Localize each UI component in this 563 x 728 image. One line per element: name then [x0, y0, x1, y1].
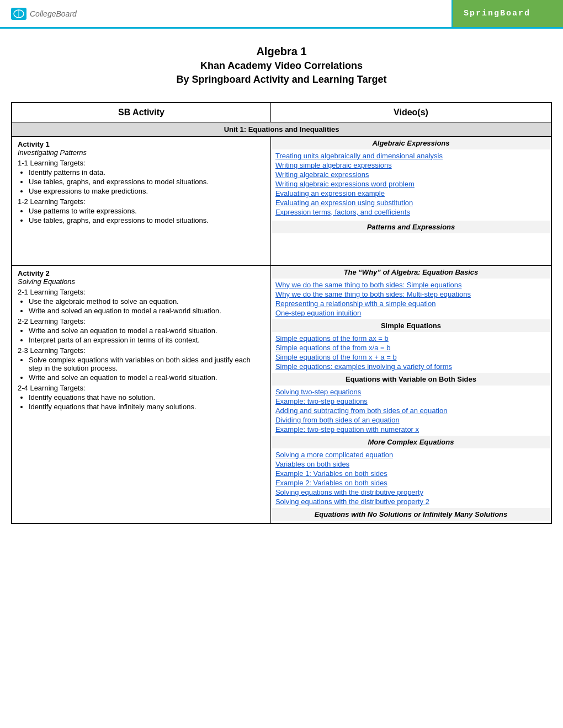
video-section-no-solution-header: Equations with No Solutions or Infinitel… — [271, 508, 551, 521]
activity2-target1-label: 2-1 Learning Targets: — [18, 288, 265, 296]
video-link[interactable]: Representing a relationship with a simpl… — [275, 299, 546, 308]
video-link[interactable]: Why we do the same thing to both sides: … — [275, 290, 546, 298]
video-link[interactable]: Adding and subtracting from both sides o… — [275, 406, 546, 415]
activity2-target2-label: 2-2 Learning Targets: — [18, 317, 265, 325]
video-link[interactable]: Simple equations: examples involving a v… — [275, 362, 546, 371]
activity2-title: Activity 2 — [18, 269, 265, 277]
video-link[interactable]: Example 2: Variables on both sides — [275, 479, 546, 487]
bullet-item: Use tables, graphs, and expressions to m… — [29, 216, 265, 224]
activity2-target2-bullets: Write and solve an equation to model a r… — [18, 326, 265, 344]
bullet-item: Use expressions to make predictions. — [29, 187, 265, 195]
activity2-target4-label: 2-4 Learning Targets: — [18, 384, 265, 392]
video-link[interactable]: Evaluating an expression example — [275, 189, 546, 197]
video-link[interactable]: Evaluating an expression using substitut… — [275, 199, 546, 207]
col-header-video: Video(s) — [270, 103, 551, 122]
video-link[interactable]: Simple equations of the from x/a = b — [275, 344, 546, 352]
activity2-row: Activity 2 Solving Equations 2-1 Learnin… — [12, 266, 551, 524]
video-section-variable-both-header: Equations with Variable on Both Sides — [271, 373, 551, 386]
activity1-target2-bullets: Use patterns to write expressions. Use t… — [18, 207, 265, 224]
col-header-sb: SB Activity — [12, 103, 270, 122]
activity2-target4-bullets: Identify equations that have no solution… — [18, 393, 265, 411]
bullet-item: Solve complex equations with variables o… — [29, 356, 265, 372]
activity2-target1-bullets: Use the algebraic method to solve an equ… — [18, 297, 265, 315]
bullet-item: Identify equations that have no solution… — [29, 393, 265, 402]
main-table: SB Activity Video(s) Unit 1: Equations a… — [11, 102, 552, 524]
activity2-subtitle: Solving Equations — [18, 277, 265, 286]
activity2-target3-label: 2-3 Learning Targets: — [18, 346, 265, 355]
activity2-video-cell: The “Why” of Algebra: Equation Basics Wh… — [270, 266, 551, 524]
springboard-brand: SpringBoard — [453, 0, 563, 27]
video-link[interactable]: Writing simple algebraic expressions — [275, 161, 546, 169]
bullet-item: Interpret parts of an expression in term… — [29, 336, 265, 344]
page-title-section: Algebra 1 Khan Academy Video Correlation… — [0, 29, 563, 97]
video-link[interactable]: Dividing from both sides of an equation — [275, 416, 546, 424]
video-section-algebraic-header: Algebraic Expressions — [271, 137, 551, 149]
video-link[interactable]: Writing algebraic expressions — [275, 170, 546, 179]
video-link[interactable]: Writing algebraic expressions word probl… — [275, 180, 546, 188]
bullet-item: Write and solve an equation to model a r… — [29, 373, 265, 382]
bullet-item: Write and solve an equation to model a r… — [29, 326, 265, 335]
activity1-target1-label: 1-1 Learning Targets: — [18, 159, 265, 167]
activity1-row: Activity 1 Investigating Patterns 1-1 Le… — [12, 137, 551, 266]
video-link[interactable]: Why we do the same thing to both sides: … — [275, 281, 546, 289]
collegeboard-brand: CollegeBoard — [0, 0, 453, 27]
video-link[interactable]: Example: two-step equations — [275, 397, 546, 405]
video-link[interactable]: Treating units algebraically and dimensi… — [275, 152, 546, 160]
video-link[interactable]: Expression terms, factors, and coefficie… — [275, 208, 546, 216]
activity1-video-cell: Algebraic Expressions Treating units alg… — [270, 137, 551, 266]
bullet-item: Use patterns to write expressions. — [29, 207, 265, 215]
video-link[interactable]: Variables on both sides — [275, 460, 546, 468]
title-line1: Algebra 1 — [11, 45, 552, 58]
activity2-target3-bullets: Solve complex equations with variables o… — [18, 356, 265, 382]
title-line3: By Springboard Activity and Learning Tar… — [11, 74, 552, 85]
bullet-item: Use tables, graphs, and expressions to m… — [29, 178, 265, 186]
page-header: CollegeBoard SpringBoard — [0, 0, 563, 29]
video-section-simple-header: Simple Equations — [271, 319, 551, 332]
video-link[interactable]: Solving two-step equations — [275, 388, 546, 396]
collegeboard-text: CollegeBoard — [30, 9, 77, 18]
video-section-complex-header: More Complex Equations — [271, 436, 551, 448]
unit1-header-cell: Unit 1: Equations and Inequalities — [12, 122, 551, 137]
video-link[interactable]: Simple equations of the form ax = b — [275, 334, 546, 342]
video-link[interactable]: One-step equation intuition — [275, 309, 546, 317]
title-line2: Khan Academy Video Correlations — [11, 60, 552, 72]
video-link[interactable]: Example: two-step equation with numerato… — [275, 425, 546, 433]
unit1-header-row: Unit 1: Equations and Inequalities — [12, 122, 551, 137]
video-link[interactable]: Solving a more complicated equation — [275, 451, 546, 459]
activity1-subtitle: Investigating Patterns — [18, 148, 265, 157]
activity1-title: Activity 1 — [18, 140, 265, 148]
activity1-target2-label: 1-2 Learning Targets: — [18, 197, 265, 206]
video-link[interactable]: Simple equations of the form x + a = b — [275, 353, 546, 361]
activity2-sb-cell: Activity 2 Solving Equations 2-1 Learnin… — [12, 266, 270, 524]
bullet-item: Identify equations that have infinitely … — [29, 403, 265, 411]
bullet-item: Write and solved an equation to model a … — [29, 307, 265, 315]
video-link[interactable]: Example 1: Variables on both sides — [275, 469, 546, 478]
video-section-why-header: The “Why” of Algebra: Equation Basics — [271, 266, 551, 279]
video-section-patterns-header: Patterns and Expressions — [271, 221, 551, 233]
bullet-item: Use the algebraic method to solve an equ… — [29, 297, 265, 306]
activity1-sb-cell: Activity 1 Investigating Patterns 1-1 Le… — [12, 137, 270, 266]
springboard-text: SpringBoard — [464, 9, 530, 18]
collegeboard-icon — [11, 8, 26, 20]
video-link[interactable]: Solving equations with the distributive … — [275, 488, 546, 496]
bullet-item: Identify patterns in data. — [29, 168, 265, 176]
activity1-target1-bullets: Identify patterns in data. Use tables, g… — [18, 168, 265, 195]
video-link[interactable]: Solving equations with the distributive … — [275, 497, 546, 506]
